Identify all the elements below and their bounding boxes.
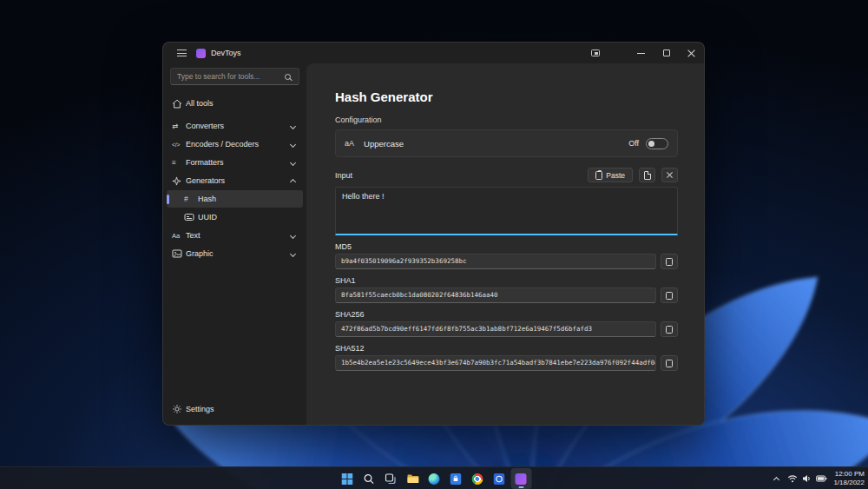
maximize-button[interactable] <box>654 43 679 63</box>
md5-output-field[interactable]: b9a4f035019096a2f939352b369258bc <box>335 254 656 269</box>
sidebar-item-all-tools[interactable]: All tools <box>167 95 303 112</box>
text-tools-icon: Aa <box>172 232 186 240</box>
desktop[interactable]: DevToys <box>0 0 868 489</box>
hash-icon: # <box>184 195 198 203</box>
uppercase-label: Uppercase <box>364 139 404 149</box>
volume-icon <box>802 474 812 483</box>
task-view-button[interactable] <box>380 468 401 489</box>
devtoys-logo <box>196 49 206 58</box>
sha512-row: 1b5e4b2ea5e1e23c5649ece43bf3e674b7a90b3f… <box>335 355 678 371</box>
uuid-icon <box>184 213 198 221</box>
copy-sha1-button[interactable] <box>661 287 678 303</box>
store-button[interactable] <box>445 468 466 489</box>
windows-logo-icon <box>342 473 353 485</box>
sidebar-item-settings[interactable]: Settings <box>167 400 303 418</box>
paste-button[interactable]: Paste <box>588 168 633 182</box>
tool-search <box>170 68 299 85</box>
copy-sha512-button[interactable] <box>661 355 678 371</box>
sha1-row: 8fa581f55caecb0bc1da080202f64836b146aa40 <box>335 287 678 303</box>
taskbar-search-button[interactable] <box>358 468 379 489</box>
chevron-down-icon <box>290 122 296 129</box>
md5-label: MD5 <box>335 242 678 251</box>
chevron-up-icon <box>290 179 296 185</box>
toggle-knob <box>648 141 654 147</box>
system-tray: 12:00 PM 1/18/2022 <box>774 467 865 489</box>
photos-button[interactable] <box>489 468 510 489</box>
gear-icon <box>172 404 186 414</box>
formatters-icon: ≡ <box>172 158 186 167</box>
clear-icon <box>667 172 673 178</box>
chrome-button[interactable] <box>467 468 488 489</box>
clear-input-button[interactable] <box>661 168 678 182</box>
sha256-output-field[interactable]: 472f86ad5b7bcd90eff6147fd6f8fb755ac3b1ab… <box>335 321 656 337</box>
close-icon <box>687 50 695 57</box>
taskbar: 12:00 PM 1/18/2022 <box>0 466 868 489</box>
sha512-label: SHA512 <box>335 344 678 353</box>
copy-icon <box>666 258 673 266</box>
home-icon <box>172 99 186 109</box>
wifi-icon <box>787 474 798 483</box>
devtoys-taskbar-button[interactable] <box>510 468 531 489</box>
sidebar-item-uuid[interactable]: UUID <box>167 208 303 226</box>
uppercase-setting-card: aA Uppercase Off <box>335 129 678 157</box>
devtoys-icon <box>516 473 527 485</box>
md5-row: b9a4f035019096a2f939352b369258bc <box>335 254 678 269</box>
chrome-icon <box>472 473 483 485</box>
sidebar-item-generators[interactable]: Generators <box>167 172 303 189</box>
clock-button[interactable]: 12:00 PM 1/18/2022 <box>833 470 865 488</box>
photos-icon <box>494 473 505 485</box>
sidebar-item-graphic[interactable]: Graphic <box>167 245 303 262</box>
chevron-up-icon <box>773 477 779 483</box>
sidebar-item-formatters[interactable]: ≡ Formatters <box>167 154 303 171</box>
folder-icon <box>406 473 418 484</box>
hidden-icons-button[interactable] <box>774 475 781 482</box>
chevron-down-icon <box>290 141 296 147</box>
sidebar-item-encoders-decoders[interactable]: </> Encoders / Decoders <box>167 135 303 153</box>
menu-toggle-button[interactable] <box>170 43 193 63</box>
search-icon[interactable] <box>285 74 291 80</box>
hash-generator-panel: Hash Generator Configuration aA Uppercas… <box>306 63 704 425</box>
sidebar-item-hash[interactable]: # Hash <box>167 190 303 208</box>
start-button[interactable] <box>337 468 358 489</box>
copy-sha256-button[interactable] <box>661 321 678 337</box>
minimize-icon <box>637 53 645 54</box>
search-input[interactable] <box>171 72 285 81</box>
load-file-button[interactable] <box>639 168 655 182</box>
sha1-output-field[interactable]: 8fa581f55caecb0bc1da080202f64836b146aa40 <box>335 287 656 303</box>
sha512-output-field[interactable]: 1b5e4b2ea5e1e23c5649ece43bf3e674b7a90b3f… <box>335 355 656 371</box>
copy-md5-button[interactable] <box>661 254 678 269</box>
task-view-icon <box>385 473 397 485</box>
input-label: Input <box>335 171 352 180</box>
sidebar-item-text[interactable]: Aa Text <box>167 227 303 244</box>
titlebar[interactable]: DevToys <box>163 43 704 63</box>
compact-overlay-icon <box>591 50 600 56</box>
generators-icon <box>172 176 186 186</box>
clipboard-icon <box>595 171 602 180</box>
encoders-decoders-icon: </> <box>172 142 186 148</box>
maximize-icon <box>663 50 670 56</box>
sha256-row: 472f86ad5b7bcd90eff6147fd6f8fb755ac3b1ab… <box>335 321 678 337</box>
edge-button[interactable] <box>424 468 444 489</box>
compact-overlay-button[interactable] <box>582 43 609 63</box>
selection-indicator <box>167 195 169 204</box>
sidebar-item-converters[interactable]: ⇄ Converters <box>167 117 303 135</box>
copy-icon <box>666 292 673 300</box>
system-tray-status[interactable] <box>787 474 827 483</box>
store-icon <box>450 473 462 485</box>
configuration-label: Configuration <box>335 116 678 124</box>
battery-icon <box>816 475 827 482</box>
converters-icon: ⇄ <box>172 122 186 130</box>
clock: 12:00 PM 1/18/2022 <box>833 470 865 488</box>
minimize-button[interactable] <box>628 43 654 63</box>
chevron-down-icon <box>290 232 296 238</box>
close-button[interactable] <box>679 43 704 63</box>
file-explorer-button[interactable] <box>402 468 423 489</box>
taskbar-center-icons <box>337 467 532 489</box>
input-textarea[interactable]: Hello there ! <box>335 187 678 235</box>
toggle-state-label: Off <box>628 139 639 148</box>
tool-nav: All tools ⇄ Converters </> Encoders / De… <box>163 89 306 400</box>
input-toolbar: Input Paste <box>335 168 678 182</box>
window-title: DevToys <box>211 49 241 57</box>
uppercase-icon: aA <box>345 139 354 148</box>
uppercase-toggle[interactable] <box>646 138 668 149</box>
